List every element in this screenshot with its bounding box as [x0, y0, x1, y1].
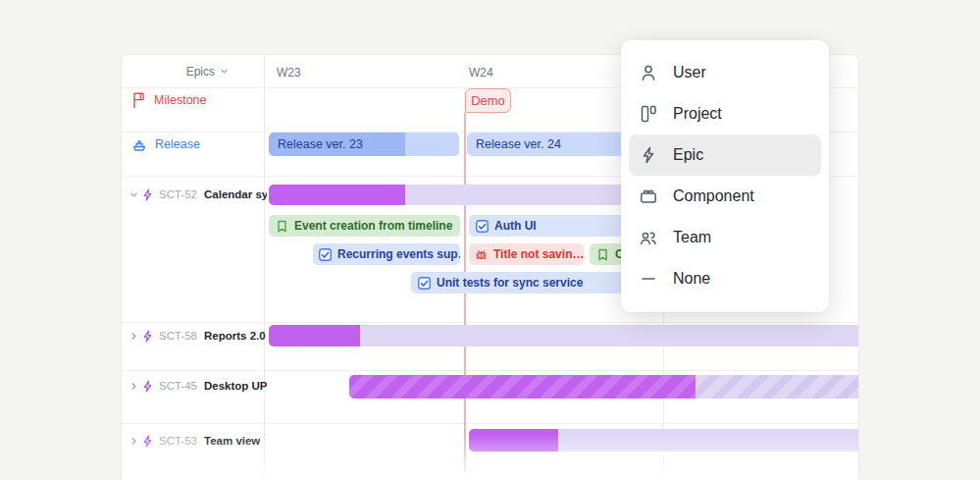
ship-icon — [131, 136, 147, 152]
project-icon — [639, 104, 658, 124]
component-icon — [639, 187, 658, 206]
none-icon — [639, 269, 658, 289]
week-header-w23: W23 — [277, 66, 301, 80]
menu-item-user[interactable]: User — [629, 52, 821, 93]
team-icon — [639, 228, 658, 247]
menu-item-component[interactable]: Component — [629, 176, 821, 217]
task-chip-label: Title not savin… — [493, 247, 584, 261]
epic-bar-sct52[interactable] — [269, 185, 405, 205]
bookmark-icon — [276, 220, 288, 233]
menu-item-label: None — [673, 270, 710, 288]
menu-item-none[interactable]: None — [629, 258, 821, 299]
chevron-right-icon[interactable] — [129, 332, 138, 341]
group-by-label: Epics — [186, 65, 215, 79]
bottom-fade — [122, 435, 858, 480]
group-by-selector[interactable]: Epics — [122, 55, 264, 87]
epic-id: SCT-45 — [159, 380, 197, 392]
chevron-right-icon[interactable] — [129, 382, 138, 391]
epic-bolt-icon — [142, 188, 153, 201]
task-chip-unit-tests[interactable]: Unit tests for sync service — [411, 272, 644, 293]
epic-bar-sct58[interactable] — [269, 325, 360, 347]
milestone-row-label[interactable]: Milestone — [131, 90, 207, 110]
row-divider — [122, 423, 858, 424]
menu-item-team[interactable]: Team — [629, 217, 821, 258]
milestone-demo-label: Demo — [471, 93, 505, 108]
bookmark-icon — [596, 248, 609, 261]
flag-icon — [131, 92, 146, 108]
week-header-w24: W24 — [469, 66, 493, 80]
release-bar-ver23-tail[interactable] — [405, 133, 459, 156]
release-row-label[interactable]: Release — [131, 134, 200, 154]
epic-bar-sct45[interactable] — [349, 375, 696, 399]
task-chip-label: Recurring events sup… — [337, 247, 460, 261]
row-divider — [122, 322, 858, 323]
release-bar-ver23[interactable]: Release ver. 23 — [269, 133, 405, 156]
checkbox-icon — [418, 277, 431, 290]
milestone-demo[interactable]: Demo — [465, 88, 511, 113]
release-bar-ver23-label: Release ver. 23 — [278, 137, 363, 151]
epic-name: Reports 2.0 — [204, 330, 266, 342]
menu-item-project[interactable]: Project — [629, 93, 821, 134]
row-divider — [122, 370, 858, 371]
checkbox-icon — [319, 248, 332, 261]
epic-row-sct45[interactable]: SCT-45 Desktop UPD — [129, 376, 267, 396]
task-chip-event-creation[interactable]: Event creation from timeline — [269, 215, 460, 237]
group-by-dropdown: User Project Epic Component Team — [621, 40, 829, 312]
epic-row-sct58[interactable]: SCT-58 Reports 2.0 — [129, 326, 266, 346]
epic-name: Calendar sync — [204, 188, 267, 200]
menu-item-label: Project — [673, 105, 722, 123]
menu-item-epic[interactable]: Epic — [629, 134, 821, 176]
epic-id: SCT-58 — [159, 330, 197, 342]
epic-icon — [639, 145, 658, 165]
task-chip-label: Unit tests for sync service — [437, 276, 583, 290]
chevron-down-icon[interactable] — [129, 190, 138, 199]
epic-name: Desktop UPD — [204, 380, 267, 392]
epic-bar-sct58-projected[interactable] — [360, 325, 859, 347]
menu-item-label: Component — [673, 187, 754, 205]
menu-item-label: Epic — [673, 146, 703, 164]
epic-bar-sct45-projected[interactable] — [696, 375, 859, 399]
milestone-row-text: Milestone — [154, 93, 207, 107]
panel-border — [264, 55, 265, 480]
bug-icon — [475, 248, 488, 261]
task-chip-label: Event creation from timeline — [294, 219, 452, 233]
task-chip-title-bug[interactable]: Title not savin… — [469, 243, 584, 265]
checkbox-icon — [476, 220, 489, 233]
release-row-text: Release — [155, 137, 200, 151]
epic-bolt-icon — [142, 380, 153, 393]
epic-bolt-icon — [142, 330, 153, 343]
menu-item-label: User — [673, 64, 706, 81]
chevron-down-icon — [220, 67, 229, 76]
release-bar-ver24-label: Release ver. 24 — [476, 137, 561, 151]
user-icon — [639, 63, 658, 82]
timeline-app: Epics W23 W24 Milestone Demo Release — [0, 0, 980, 480]
epic-row-sct52[interactable]: SCT-52 Calendar sync — [129, 185, 267, 204]
task-chip-recurring[interactable]: Recurring events sup… — [313, 243, 460, 265]
menu-item-label: Team — [673, 229, 711, 246]
task-chip-label: Auth UI — [494, 219, 537, 233]
epic-id: SCT-52 — [159, 188, 197, 200]
